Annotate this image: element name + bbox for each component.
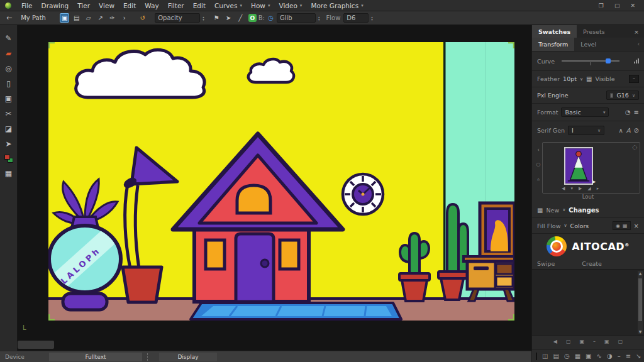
flow-stepper[interactable]: ▴▾ <box>371 16 373 21</box>
select-tool-icon[interactable]: ➤ <box>4 140 14 148</box>
wall-clock[interactable] <box>343 174 383 214</box>
stepper-down-icon[interactable]: ▾ <box>203 18 204 21</box>
opacity-stepper[interactable]: ▴▾ <box>203 16 204 21</box>
create-label[interactable]: Create <box>582 260 602 267</box>
new-label[interactable]: New <box>546 207 559 214</box>
document-icon[interactable]: ◫ <box>542 353 548 359</box>
glib-stepper[interactable]: ▴▾ <box>318 16 320 21</box>
curve-slider[interactable] <box>562 60 619 62</box>
glib-dropdown[interactable]: Glib <box>277 13 316 23</box>
serif-input[interactable]: I ∨ <box>568 126 604 135</box>
rotate-icon[interactable]: ↺ <box>138 13 147 23</box>
shape-mode-icon[interactable]: ▱ <box>84 13 93 23</box>
restore-window-icon[interactable]: ❐ <box>599 3 604 9</box>
slider-handle[interactable] <box>606 58 611 63</box>
tab-presets[interactable]: Presets <box>577 25 611 38</box>
grid-icon[interactable]: ▦ <box>623 223 628 229</box>
line-tool-icon[interactable]: ╱ <box>236 13 245 23</box>
prev-icon[interactable]: ◀ <box>562 186 565 191</box>
sharpen-icon[interactable]: ∧ <box>618 127 623 134</box>
menu-lines-icon[interactable]: ≡ <box>626 353 631 359</box>
menu-lines-icon[interactable]: ≡ <box>634 109 639 116</box>
next-icon[interactable]: ▸ <box>597 186 599 191</box>
histogram-icon[interactable] <box>634 58 639 63</box>
frame-icon[interactable]: ▢ <box>566 339 571 344</box>
menu-view[interactable]: View <box>94 2 119 9</box>
printer-icon[interactable]: ▤ <box>553 353 558 359</box>
clock-icon[interactable]: ◷ <box>564 353 570 359</box>
clock-icon[interactable]: ◷ <box>266 13 275 23</box>
menu-edit[interactable]: Edit <box>119 2 140 9</box>
tab-swatches[interactable]: Swatches <box>532 25 577 38</box>
menu-drawing[interactable]: Drawing <box>37 2 74 9</box>
image-icon[interactable]: ▣ <box>586 353 591 359</box>
canvas-area[interactable]: LALOPh <box>18 25 531 351</box>
close-window-icon[interactable]: ✕ <box>630 3 635 9</box>
selection-mode-icon[interactable]: ▣ <box>60 13 69 23</box>
colors-label[interactable]: Colors <box>570 222 589 229</box>
flag-icon[interactable]: ⚑ <box>212 13 221 23</box>
subtab-level[interactable]: Level <box>574 38 602 51</box>
camera-tool-icon[interactable]: ▣ <box>4 94 14 103</box>
checkbox-icon[interactable]: ▦ <box>586 75 592 82</box>
stepper-down-icon[interactable]: ▾ <box>318 18 320 21</box>
close-icon[interactable]: × <box>634 222 639 229</box>
taskbar-button-display[interactable]: Display <box>159 353 217 361</box>
menu-how[interactable]: How▾ <box>247 2 274 9</box>
down-icon[interactable]: ▾ <box>570 186 573 191</box>
overlay-badge-icon[interactable]: O <box>248 14 257 22</box>
chevron-down-icon[interactable]: ∨ <box>580 77 583 82</box>
menu-file[interactable]: File <box>17 2 37 9</box>
fill-flow-label[interactable]: Fill Flow <box>537 222 560 229</box>
close-icon[interactable]: × <box>629 25 644 38</box>
filled-frame-icon[interactable]: ▣ <box>580 339 585 344</box>
circle-icon[interactable]: ○ <box>536 162 541 167</box>
taskbar-button-fulltext[interactable]: Fulltext <box>49 353 142 361</box>
chevron-right-icon[interactable]: › <box>119 13 129 23</box>
chevron-left-icon[interactable]: ‹ <box>537 147 539 153</box>
contrast-icon[interactable]: ◑ <box>607 353 613 359</box>
chevron-left-icon[interactable]: ‹ <box>633 38 644 51</box>
grid-icon[interactable]: ▦ <box>537 207 543 214</box>
back-arrow-icon[interactable]: ← <box>6 14 12 22</box>
color-swatches-icon[interactable] <box>4 155 13 163</box>
cursor-icon[interactable]: ➤ <box>224 13 233 23</box>
subtab-transform[interactable]: Transform <box>532 38 574 51</box>
marker-tool-icon[interactable]: ▰ <box>4 49 14 58</box>
stepper-down-icon[interactable]: ▾ <box>371 18 373 21</box>
italic-type-icon[interactable]: A <box>626 127 631 134</box>
triangle-icon[interactable]: ▵ <box>537 176 540 182</box>
colors-button-group[interactable]: ◉ ▦ <box>613 221 631 230</box>
zoom-tool-icon[interactable]: ◎ <box>4 64 14 73</box>
page-tool-icon[interactable]: ▯ <box>4 79 14 88</box>
wave-icon[interactable]: ∿ <box>597 353 602 359</box>
dock-input[interactable] <box>536 353 537 360</box>
menu-more-graphics[interactable]: More Graphics▾ <box>306 2 367 9</box>
content-list-panel[interactable]: ▲ ▼ <box>532 269 644 336</box>
collapse-button[interactable]: – <box>629 75 639 83</box>
opacity-dropdown[interactable]: Opacity <box>155 13 200 23</box>
layers-mode-icon[interactable]: ▤ <box>72 13 81 23</box>
back-icon[interactable]: ◀ <box>553 339 557 344</box>
scrollbar-thumb[interactable] <box>638 278 642 321</box>
contrast-icon[interactable]: ◔ <box>625 109 631 116</box>
play-icon[interactable]: ▶ <box>579 186 582 191</box>
frame-icon[interactable]: ▢ <box>618 339 623 344</box>
scissors-tool-icon[interactable]: ✂ <box>4 109 14 118</box>
feather-value[interactable]: 10pt <box>563 75 577 82</box>
slash-circle-icon[interactable]: ⊘ <box>634 127 639 134</box>
preview-thumbnail[interactable] <box>564 147 593 185</box>
arrow-mode-icon[interactable]: ↗ <box>96 13 105 23</box>
chevron-down-icon[interactable]: ∨ <box>562 207 565 212</box>
minus-icon[interactable]: – <box>618 353 621 359</box>
changes-label[interactable]: Changes <box>569 207 599 214</box>
engine-dropdown[interactable]: G16 ∨ <box>606 90 639 100</box>
rug[interactable] <box>191 303 401 319</box>
menu-curves[interactable]: Curves▾ <box>210 2 247 9</box>
scroll-up-icon[interactable]: ▲ <box>638 271 643 275</box>
vertical-scrollbar[interactable]: ▲ ▼ <box>638 271 643 334</box>
horizontal-scrollbar-thumb[interactable] <box>18 341 54 349</box>
chevron-down-icon[interactable]: ∨ <box>564 223 567 228</box>
foreground-color-swatch[interactable] <box>4 155 10 160</box>
radio-icon[interactable]: ◉ <box>616 223 620 229</box>
